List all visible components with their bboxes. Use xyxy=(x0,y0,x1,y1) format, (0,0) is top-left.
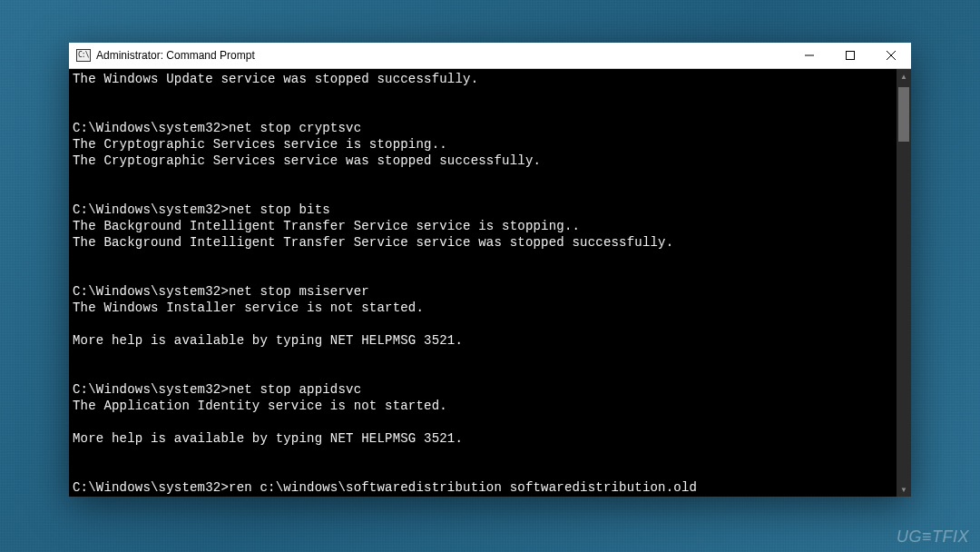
command-prompt-window: C:\ Administrator: Command Prompt The Wi… xyxy=(69,43,911,497)
close-icon xyxy=(887,51,896,60)
scroll-up-arrow-icon[interactable]: ▲ xyxy=(897,69,911,84)
titlebar[interactable]: C:\ Administrator: Command Prompt xyxy=(69,43,911,69)
terminal-output[interactable]: The Windows Update service was stopped s… xyxy=(69,69,897,497)
minimize-icon xyxy=(805,51,814,60)
terminal-area: The Windows Update service was stopped s… xyxy=(69,69,911,497)
close-button[interactable] xyxy=(870,43,911,68)
scrollbar-thumb[interactable] xyxy=(898,87,909,142)
maximize-button[interactable] xyxy=(829,43,870,68)
vertical-scrollbar[interactable]: ▲ ▼ xyxy=(897,69,911,497)
window-controls xyxy=(789,43,911,68)
window-title: Administrator: Command Prompt xyxy=(96,49,789,62)
cmd-icon: C:\ xyxy=(76,49,91,62)
maximize-icon xyxy=(846,51,855,60)
scroll-down-arrow-icon[interactable]: ▼ xyxy=(897,482,911,497)
minimize-button[interactable] xyxy=(789,43,829,68)
watermark: UG≡TFIX xyxy=(897,527,969,547)
svg-rect-1 xyxy=(846,52,854,60)
